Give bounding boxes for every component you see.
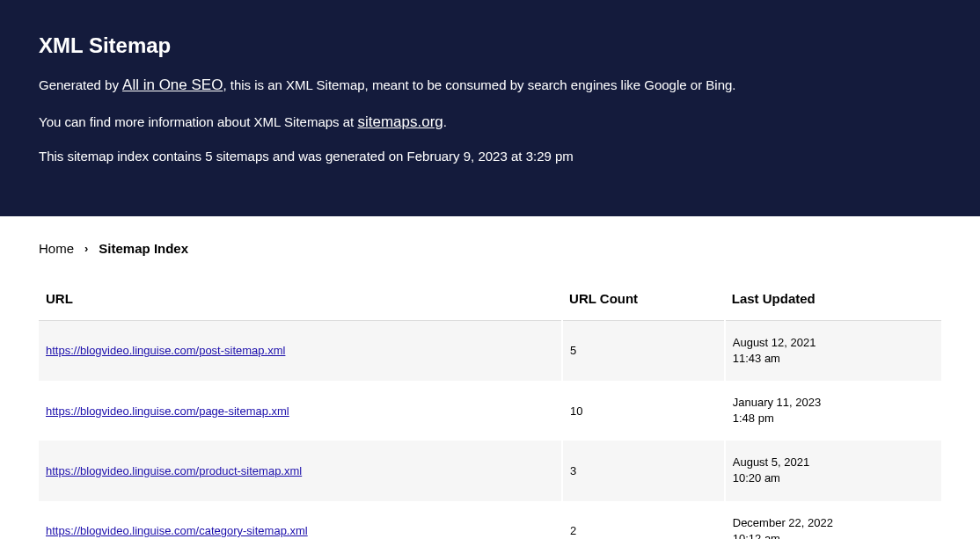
cell-updated: August 5, 202110:20 am (725, 441, 941, 500)
cell-count: 5 (562, 320, 725, 381)
table-row: https://blogvideo.linguise.com/product-s… (39, 441, 941, 500)
header-line1-prefix: Generated by (39, 77, 122, 92)
cell-url: https://blogvideo.linguise.com/page-site… (39, 381, 562, 441)
cell-url: https://blogvideo.linguise.com/category-… (39, 501, 562, 539)
sitemap-table: URL URL Count Last Updated https://blogv… (39, 282, 941, 540)
content-area: Home › Sitemap Index URL URL Count Last … (0, 216, 980, 540)
cell-updated: August 12, 202111:43 am (725, 320, 941, 381)
column-header-updated: Last Updated (725, 282, 941, 321)
table-row: https://blogvideo.linguise.com/category-… (39, 501, 941, 539)
header-line2-prefix: You can find more information about XML … (39, 114, 357, 129)
breadcrumb: Home › Sitemap Index (39, 241, 941, 256)
updated-date: August 12, 2021 (733, 335, 934, 351)
cell-count: 3 (562, 441, 725, 500)
column-header-url: URL (39, 282, 562, 321)
updated-date: August 5, 2021 (733, 455, 934, 470)
cell-url: https://blogvideo.linguise.com/product-s… (39, 441, 562, 500)
breadcrumb-home[interactable]: Home (39, 241, 74, 256)
header-line-3: This sitemap index contains 5 sitemaps a… (39, 147, 941, 167)
chevron-right-icon: › (84, 242, 88, 255)
updated-date: December 22, 2022 (733, 515, 934, 531)
sitemap-url-link[interactable]: https://blogvideo.linguise.com/page-site… (46, 404, 289, 418)
page-header: XML Sitemap Generated by All in One SEO,… (0, 0, 980, 216)
header-line2-suffix: . (443, 114, 447, 129)
updated-time: 1:48 pm (733, 411, 934, 426)
cell-count: 10 (562, 381, 725, 441)
cell-updated: December 22, 202210:12 am (725, 501, 941, 539)
cell-url: https://blogvideo.linguise.com/post-site… (39, 320, 562, 381)
updated-time: 10:12 am (733, 531, 934, 539)
updated-date: January 11, 2023 (733, 395, 934, 411)
header-line-2: You can find more information about XML … (39, 111, 941, 134)
updated-time: 11:43 am (733, 351, 934, 367)
updated-time: 10:20 am (733, 470, 934, 486)
table-row: https://blogvideo.linguise.com/post-site… (39, 320, 941, 381)
sitemap-url-link[interactable]: https://blogvideo.linguise.com/post-site… (46, 344, 285, 357)
header-line1-suffix: , this is an XML Sitemap, meant to be co… (223, 77, 735, 92)
cell-updated: January 11, 20231:48 pm (725, 381, 941, 441)
sitemap-url-link[interactable]: https://blogvideo.linguise.com/category-… (46, 524, 308, 537)
breadcrumb-current: Sitemap Index (99, 241, 188, 256)
column-header-count: URL Count (562, 282, 725, 321)
all-in-one-seo-link[interactable]: All in One SEO (122, 76, 223, 93)
sitemaps-org-link[interactable]: sitemaps.org (357, 113, 442, 130)
cell-count: 2 (562, 501, 725, 539)
table-row: https://blogvideo.linguise.com/page-site… (39, 381, 941, 441)
header-line-1: Generated by All in One SEO, this is an … (39, 74, 941, 97)
page-title: XML Sitemap (39, 33, 941, 58)
sitemap-url-link[interactable]: https://blogvideo.linguise.com/product-s… (46, 464, 302, 477)
